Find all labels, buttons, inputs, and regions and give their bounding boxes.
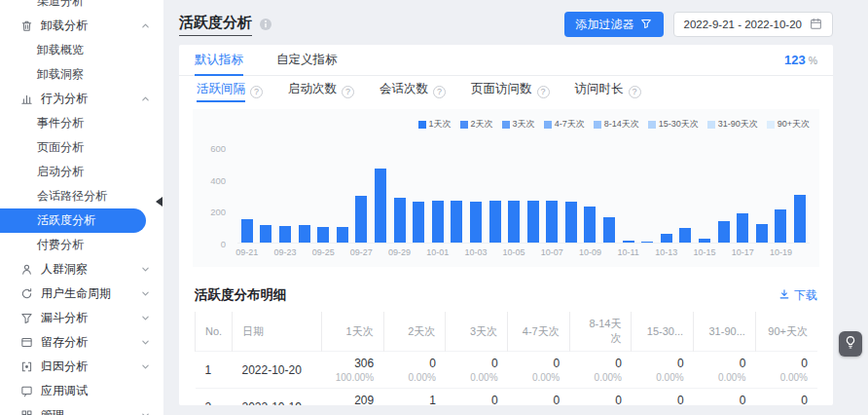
bar[interactable] <box>794 195 806 243</box>
sidebar-item[interactable]: 启动分析 <box>0 160 163 184</box>
sidebar-item[interactable]: 渠道分析 <box>0 0 163 14</box>
sidebar-item[interactable]: 事件分析 <box>0 111 163 135</box>
bar-column <box>371 148 390 243</box>
bar-column <box>448 148 467 243</box>
sidebar-item[interactable]: 卸载洞察 <box>0 62 163 87</box>
bar[interactable] <box>756 224 768 243</box>
sidebar-collapse-icon[interactable] <box>156 197 163 207</box>
question-icon[interactable]: ? <box>629 86 641 98</box>
question-icon[interactable]: ? <box>250 86 263 98</box>
x-tick-label: 10-07 <box>541 247 563 257</box>
bar[interactable] <box>241 219 253 243</box>
lifecycle-icon <box>19 287 33 300</box>
sidebar-item[interactable]: 人群洞察 <box>0 257 163 282</box>
sample-rate[interactable]: 123 % <box>784 53 817 67</box>
bar-column: 10-13 <box>657 148 676 243</box>
bar[interactable] <box>508 201 520 243</box>
sidebar-item[interactable]: 用户生命周期 <box>0 282 163 306</box>
chevron-down-icon <box>141 289 150 298</box>
sidebar-item[interactable]: 归因分析 <box>0 355 163 379</box>
question-icon[interactable]: ? <box>433 86 446 98</box>
download-label: 下载 <box>794 287 817 304</box>
cell-percent: 0.00% <box>641 372 684 383</box>
bar[interactable] <box>546 201 558 243</box>
cell: 00.00% <box>446 352 508 389</box>
y-tick-label: 400 <box>210 174 226 185</box>
sidebar-item[interactable]: 管理 <box>0 403 163 415</box>
detail-section: 活跃度分布明细 下载 No.日期1天次2天次3天次4-7天次8-14天次15-3… <box>179 277 833 405</box>
cell-count: 0 <box>704 357 746 370</box>
bar[interactable] <box>527 201 539 243</box>
cell: 00.00% <box>755 389 817 406</box>
sidebar-item[interactable]: 付费分析 <box>0 233 163 257</box>
bar[interactable] <box>413 202 424 243</box>
audience-icon <box>19 263 33 276</box>
sidebar-item[interactable]: 页面分析 <box>0 135 163 160</box>
sample-rate-unit: % <box>809 55 817 66</box>
cell-count: 0 <box>765 357 808 370</box>
cell: 10.48% <box>383 389 446 406</box>
download-link[interactable]: 下载 <box>778 287 817 304</box>
chart-tab[interactable]: 访问时长? <box>575 81 641 102</box>
bar[interactable] <box>260 225 271 243</box>
bar[interactable] <box>470 202 482 243</box>
bar[interactable] <box>279 226 291 243</box>
chart-tab[interactable]: 会话次数? <box>380 81 446 102</box>
info-icon[interactable] <box>259 18 272 31</box>
chart-tab[interactable]: 活跃间隔? <box>197 81 263 102</box>
sidebar-item[interactable]: 应用调试 <box>0 379 163 403</box>
bar[interactable] <box>584 207 596 244</box>
sidebar-item-label: 卸载概览 <box>37 42 84 58</box>
sidebar-item[interactable]: 卸载概览 <box>0 38 163 62</box>
bar[interactable] <box>355 196 367 244</box>
column-header: 8-14天次 <box>569 312 632 352</box>
bar-column: 10-05 <box>504 148 524 243</box>
sidebar-item-label: 页面分析 <box>37 139 84 156</box>
sidebar-item[interactable]: 漏斗分析 <box>0 306 163 330</box>
bar[interactable] <box>451 201 462 243</box>
cell-percent: 0.00% <box>765 372 808 383</box>
column-header: 15-30... <box>632 312 694 352</box>
sidebar-item[interactable]: 会话路径分析 <box>0 184 163 208</box>
add-filter-button[interactable]: 添加过滤器 <box>564 12 664 37</box>
column-header: 3天次 <box>446 312 508 352</box>
date-range-picker[interactable]: 2022-9-21 - 2022-10-20 <box>673 12 833 37</box>
chart-tab[interactable]: 页面访问数? <box>471 81 550 102</box>
bar[interactable] <box>603 217 615 243</box>
chevron-up-icon <box>141 94 150 103</box>
x-tick-label: 10-03 <box>464 247 487 257</box>
x-tick-label: 10-19 <box>770 247 792 257</box>
metric-tab[interactable]: 自定义指标 <box>276 45 338 76</box>
bar[interactable] <box>661 234 672 243</box>
bar[interactable] <box>375 169 386 243</box>
bar[interactable] <box>641 242 653 243</box>
cell-count: 0 <box>641 357 684 370</box>
chart-tab[interactable]: 启动次数? <box>288 81 354 102</box>
question-icon[interactable]: ? <box>537 86 550 98</box>
metric-tab[interactable]: 默认指标 <box>195 45 243 76</box>
bar-column: 10-07 <box>543 148 562 243</box>
bar[interactable] <box>489 201 501 243</box>
bar[interactable] <box>337 227 348 243</box>
bar[interactable] <box>317 227 329 243</box>
bar[interactable] <box>737 213 748 243</box>
chart-tabs: 活跃间隔?启动次数?会话次数?页面访问数?访问时长? <box>179 76 833 107</box>
sidebar-item[interactable]: 卸载分析 <box>0 14 163 38</box>
bar[interactable] <box>299 225 310 243</box>
column-header: 4-7天次 <box>508 312 570 352</box>
sidebar-item[interactable]: 留存分析 <box>0 330 163 355</box>
question-icon[interactable]: ? <box>342 86 354 98</box>
lightbulb-button[interactable] <box>839 331 862 357</box>
bar[interactable] <box>394 198 406 243</box>
bar[interactable] <box>699 239 710 243</box>
bar[interactable] <box>679 228 691 243</box>
sidebar-item-label: 卸载分析 <box>41 18 88 34</box>
bar[interactable] <box>623 241 634 243</box>
bar[interactable] <box>432 201 444 243</box>
chevron-down-icon <box>141 411 150 415</box>
sidebar-item[interactable]: 活跃度分析 <box>0 208 146 233</box>
bar[interactable] <box>775 209 786 243</box>
bar[interactable] <box>718 221 730 243</box>
bar[interactable] <box>565 202 577 243</box>
sidebar-item[interactable]: 行为分析 <box>0 87 163 111</box>
